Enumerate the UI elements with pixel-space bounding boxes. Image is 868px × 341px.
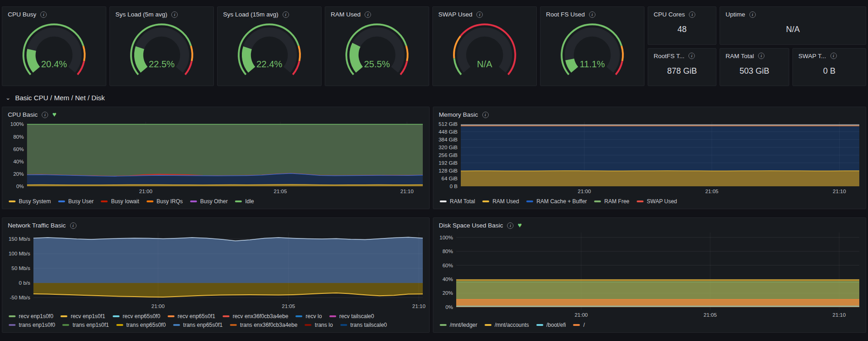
- gauge-value: 22.4%: [218, 59, 321, 70]
- y-axis: 0 B64 GiB128 GiB192 GiB256 GiB320 GiB384…: [437, 122, 461, 186]
- info-icon[interactable]: i: [507, 222, 513, 229]
- legend-item[interactable]: trans enp65s0f1: [173, 322, 223, 328]
- row-header-basic[interactable]: ⌄ Basic CPU / Mem / Net / Disk: [5, 92, 866, 103]
- legend-item[interactable]: trans tailscale0: [340, 322, 387, 328]
- panel-header[interactable]: RAM Used i: [325, 7, 429, 19]
- legend-item[interactable]: /mnt/ledger: [440, 322, 477, 328]
- info-icon[interactable]: i: [70, 222, 76, 229]
- info-icon[interactable]: i: [42, 112, 48, 118]
- legend-item[interactable]: recv lo: [295, 313, 322, 319]
- network-plot[interactable]: 21:0021:0521:10: [33, 233, 423, 301]
- panel-title[interactable]: Memory Basic: [439, 111, 478, 118]
- y-tick-label: 100 Mb/s: [9, 251, 30, 256]
- panel-header[interactable]: Memory Basic i: [433, 107, 866, 119]
- legend-item[interactable]: trans enx36f0cb3a4ebe: [230, 322, 297, 328]
- panel-title[interactable]: RootFS T...: [654, 53, 684, 60]
- panel-header[interactable]: Uptime i: [720, 7, 866, 19]
- info-icon[interactable]: i: [688, 53, 695, 59]
- cpu-chart[interactable]: [27, 122, 423, 186]
- legend-item[interactable]: /boot/efi: [536, 322, 566, 328]
- stat-value: 48: [648, 19, 716, 44]
- legend-item[interactable]: Idle: [235, 198, 254, 205]
- info-icon[interactable]: i: [40, 11, 47, 18]
- legend-item[interactable]: recv enx36f0cb3a4ebe: [223, 313, 288, 319]
- panel-header[interactable]: SWAP Used i: [433, 7, 536, 19]
- panel-title[interactable]: Sys Load (15m avg): [223, 11, 278, 18]
- panel-title[interactable]: Root FS Used: [546, 11, 585, 18]
- info-icon[interactable]: i: [283, 11, 289, 18]
- legend-item[interactable]: Busy Other: [190, 198, 228, 205]
- gauge-value: 22.5%: [110, 59, 213, 70]
- panel-header[interactable]: Sys Load (15m avg) i: [218, 7, 321, 19]
- gauge-arc: [557, 20, 627, 84]
- panel-header[interactable]: CPU Cores i: [648, 7, 716, 19]
- panel-title[interactable]: Network Traffic Basic: [8, 222, 66, 229]
- legend-item[interactable]: trans enp65s0f0: [116, 322, 166, 328]
- info-icon[interactable]: i: [689, 11, 695, 18]
- legend-item[interactable]: /: [573, 322, 584, 328]
- legend-item[interactable]: /mnt/accounts: [485, 322, 529, 328]
- panel-header[interactable]: RAM Total i: [720, 49, 789, 60]
- legend-label: trans lo: [315, 322, 333, 328]
- legend-label: trans enp65s0f1: [183, 322, 223, 328]
- info-icon[interactable]: i: [482, 112, 489, 118]
- legend-label: trans enp1s0f1: [72, 322, 109, 328]
- cpu-plot[interactable]: 21:0021:0521:10: [27, 122, 423, 186]
- legend-item[interactable]: trans lo: [305, 322, 333, 328]
- disk-plot[interactable]: 21:0021:0521:10: [456, 233, 859, 310]
- disk-chart[interactable]: [456, 233, 859, 310]
- legend-item[interactable]: trans enp1s0f1: [62, 322, 109, 328]
- panel-title[interactable]: Uptime: [726, 11, 745, 18]
- panel-header[interactable]: SWAP T... i: [793, 49, 866, 60]
- panel-header[interactable]: CPU Basic i ♥: [2, 107, 429, 119]
- legend-swatch: [482, 200, 489, 202]
- panel-header[interactable]: Root FS Used i: [540, 7, 644, 19]
- info-icon[interactable]: i: [758, 53, 764, 59]
- alert-ok-heart-icon[interactable]: ♥: [518, 222, 522, 228]
- panel-header[interactable]: RootFS T... i: [648, 49, 716, 60]
- alert-ok-heart-icon[interactable]: ♥: [52, 111, 56, 118]
- legend-item[interactable]: RAM Total: [440, 198, 475, 205]
- panel-title[interactable]: SWAP Used: [438, 11, 472, 18]
- legend-item[interactable]: recv enp65s0f0: [113, 313, 160, 319]
- legend-item[interactable]: trans enp1s0f0: [9, 322, 55, 328]
- legend-item[interactable]: RAM Used: [482, 198, 519, 205]
- chevron-down-icon[interactable]: ⌄: [5, 95, 11, 101]
- info-icon[interactable]: i: [830, 53, 837, 59]
- legend-item[interactable]: RAM Cache + Buffer: [526, 198, 587, 205]
- info-icon[interactable]: i: [476, 11, 483, 18]
- panel-title[interactable]: CPU Basic: [8, 111, 38, 118]
- info-icon[interactable]: i: [589, 11, 595, 18]
- legend-item[interactable]: Busy System: [9, 198, 51, 205]
- panel-title[interactable]: SWAP T...: [798, 53, 826, 60]
- legend-label: recv lo: [306, 313, 322, 319]
- panel-title[interactable]: Sys Load (5m avg): [115, 11, 167, 18]
- legend-item[interactable]: recv tailscale0: [329, 313, 374, 319]
- legend-item[interactable]: Busy Iowait: [101, 198, 139, 205]
- memory-chart[interactable]: [461, 122, 859, 186]
- panel-title[interactable]: Disk Space Used Basic: [439, 222, 503, 229]
- panel-header[interactable]: Disk Space Used Basic i ♥: [433, 218, 866, 230]
- legend-item[interactable]: recv enp1s0f0: [9, 313, 53, 319]
- legend-label: recv enp1s0f0: [19, 313, 53, 319]
- panel-title[interactable]: RAM Used: [331, 11, 360, 18]
- panel-header[interactable]: Sys Load (5m avg) i: [110, 7, 213, 19]
- memory-plot[interactable]: 21:0021:0521:10: [461, 122, 859, 186]
- legend-item[interactable]: RAM Free: [594, 198, 629, 205]
- panel-header[interactable]: CPU Busy i: [2, 7, 106, 19]
- legend-item[interactable]: SWAP Used: [637, 198, 677, 205]
- legend-item[interactable]: recv enp1s0f1: [60, 313, 105, 319]
- panel-title[interactable]: CPU Cores: [654, 11, 685, 18]
- panel-header[interactable]: Network Traffic Basic i: [2, 218, 429, 230]
- y-tick-label: 60%: [13, 146, 24, 152]
- legend-item[interactable]: Busy User: [58, 198, 93, 205]
- legend-item[interactable]: Busy IRQs: [147, 198, 183, 205]
- network-chart[interactable]: [33, 233, 423, 301]
- info-icon[interactable]: i: [365, 11, 371, 18]
- legend-item[interactable]: recv enp65s0f1: [168, 313, 215, 319]
- info-icon[interactable]: i: [749, 11, 756, 18]
- row-title[interactable]: Basic CPU / Mem / Net / Disk: [15, 94, 105, 102]
- panel-title[interactable]: RAM Total: [726, 53, 754, 60]
- info-icon[interactable]: i: [171, 11, 178, 18]
- panel-title[interactable]: CPU Busy: [8, 11, 36, 18]
